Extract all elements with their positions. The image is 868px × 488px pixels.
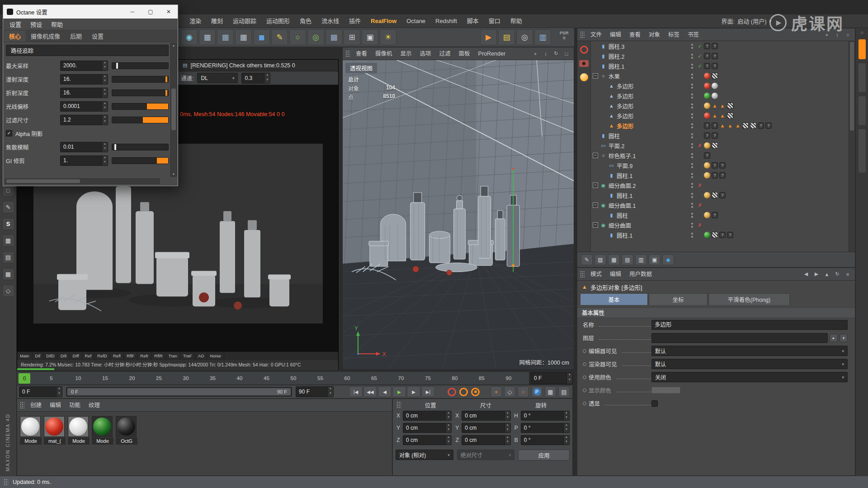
rotation-key-button[interactable]: ○ [518, 386, 529, 397]
menubar-item[interactable]: 帮助 [505, 14, 527, 28]
object-row[interactable]: −○水果 [591, 71, 849, 81]
viewport-menu-item[interactable]: ProRender [474, 47, 509, 60]
scroll-up-icon[interactable]: ▲ [171, 44, 176, 47]
matgold-tag-icon[interactable] [704, 103, 710, 109]
color-swatch[interactable] [651, 387, 680, 394]
stepper-icons[interactable]: ▲▼ [102, 75, 108, 84]
menubar-item[interactable]: 运动图形 [261, 14, 295, 28]
point-level-button[interactable]: ▦ [545, 386, 556, 397]
channel-tab[interactable]: Noise [207, 352, 224, 360]
object-row[interactable]: −▲多边形 [591, 81, 849, 91]
matgreen-tag-icon[interactable] [704, 93, 710, 99]
object-tree-scrollbar[interactable] [849, 41, 855, 252]
viewport-canvas[interactable]: Y X 透视视图 总计 对象104 点8510 网格间距：1000 cm [343, 60, 574, 369]
current-frame-field[interactable]: 0 F ▲▼ [531, 372, 573, 384]
q-tag-icon[interactable]: ? [704, 122, 710, 129]
q-tag-icon[interactable]: ? [719, 192, 726, 198]
name-input[interactable]: 多边形 [651, 320, 848, 330]
stepper-icons[interactable]: ▲▼ [327, 387, 333, 397]
dialog-menu-item[interactable]: 设置 [5, 20, 26, 28]
cube-icon-button[interactable]: ◼ [253, 29, 270, 45]
stepper-icons[interactable]: ▲▼ [102, 142, 108, 152]
material-item[interactable]: Mode [68, 416, 90, 445]
matgold-tag-icon[interactable] [704, 162, 710, 169]
stepper-icons[interactable]: ▲▼ [566, 373, 572, 384]
object-row[interactable]: −▮圆柱.1?? [591, 230, 849, 240]
size-mode-select[interactable]: 绝对尺寸▾ [457, 450, 515, 460]
wire-ring-icon-button[interactable]: ◎ [307, 29, 324, 45]
visibility-dots[interactable] [689, 183, 696, 188]
menubar-item[interactable]: Redshift [430, 14, 462, 28]
viewport-menu-item[interactable]: 显示 [396, 47, 416, 60]
autokey-button[interactable] [459, 388, 468, 396]
visibility-dots[interactable] [689, 163, 696, 168]
scroll-down-icon[interactable]: ▼ [171, 173, 176, 176]
matgreen-tag-icon[interactable] [704, 232, 710, 238]
interface-selector[interactable]: 界面: 启动 (用户) ▾ [722, 17, 771, 25]
dialog-vscrollbar[interactable]: ▲▼ [170, 43, 177, 177]
checker-tag-icon[interactable] [712, 142, 718, 149]
q-tag-icon[interactable]: ? [704, 132, 710, 139]
material-menu-item[interactable]: 纹理 [85, 399, 104, 412]
checker-tag-icon[interactable] [712, 232, 718, 238]
visibility-dots[interactable] [689, 123, 696, 128]
checker-tag-icon[interactable] [750, 122, 756, 129]
pen-icon-button[interactable]: ✎ [271, 29, 288, 45]
stepper-icons[interactable]: ▲▼ [102, 88, 108, 98]
viewport-menu-item[interactable]: 面板 [455, 47, 474, 60]
channel-tab[interactable]: Dif [33, 352, 44, 360]
q-tag-icon[interactable]: ? [712, 132, 718, 139]
next-frame-button[interactable]: ▶ [407, 386, 420, 397]
keyframe-dot-icon[interactable] [583, 349, 586, 353]
panel-grip[interactable] [580, 271, 585, 278]
up-icon[interactable]: ▲ [822, 270, 831, 278]
enable-state-icon[interactable]: ✗ [696, 183, 704, 188]
plugin-icon[interactable]: ◆ [662, 254, 674, 265]
object-row[interactable]: −▲多边形??▲▲▲?? [591, 121, 849, 131]
visibility-dots[interactable] [689, 74, 696, 79]
material-menu-item[interactable]: 编辑 [46, 399, 65, 412]
checker-tag-icon[interactable] [727, 113, 733, 119]
forward-icon[interactable]: ▶ [812, 270, 821, 278]
matgold-tag-icon[interactable] [704, 192, 710, 198]
pan-icon[interactable]: + [531, 50, 540, 58]
object-manager-menu-item[interactable]: 对象 [645, 28, 664, 41]
object-manager-menu-item[interactable]: 书签 [684, 28, 703, 41]
stepper-icons[interactable]: ▲▼ [445, 411, 451, 420]
frame-spinner[interactable]: 0 F ▲▼ [19, 386, 62, 397]
tri-tag-icon[interactable]: ▲ [719, 122, 726, 129]
dialog-titlebar[interactable]: Octane 设置 ─ ▢ ✕ [3, 5, 178, 19]
param-slider[interactable] [112, 89, 169, 96]
menu-icon[interactable]: ≡ [843, 270, 852, 278]
visibility-dots[interactable] [689, 193, 696, 198]
menubar-item[interactable]: 角色 [295, 14, 316, 28]
layer-menu-button[interactable]: ▾ [840, 334, 848, 342]
visibility-dots[interactable] [689, 223, 696, 228]
object-row[interactable]: −▮圆柱.2✓?? [591, 51, 849, 61]
attribute-select[interactable]: 默认▾ [651, 359, 848, 369]
param-field[interactable]: 16.▲▼ [60, 88, 108, 98]
workplane-icon[interactable]: ▩ [2, 268, 14, 280]
coord-field[interactable]: 0 cm▲▼ [462, 435, 510, 445]
visibility-dots[interactable] [689, 103, 696, 108]
checker-tag-icon[interactable] [727, 103, 733, 109]
interface-value[interactable]: 启动 (用户) [737, 17, 766, 25]
layer-pick-button[interactable]: ▸ [830, 334, 838, 342]
q-tag-icon[interactable]: ? [765, 122, 772, 129]
stepper-icons[interactable]: ▲▼ [56, 387, 62, 397]
grid-b-icon[interactable]: ▤ [622, 254, 633, 265]
attribute-checkbox[interactable] [651, 400, 658, 407]
stepper-icons[interactable]: ▲▼ [505, 436, 510, 445]
layout-icon[interactable]: ▤ [2, 251, 14, 263]
matgold-tag-icon[interactable] [704, 172, 710, 178]
coord-field[interactable]: 0 cm▲▼ [403, 423, 452, 433]
enable-state-icon[interactable]: ✓ [696, 63, 704, 69]
parameter-key-button[interactable]: P [531, 386, 542, 397]
picture-viewer-icon-button[interactable]: ▥ [534, 29, 551, 45]
prev-frame-button[interactable]: ◀ [378, 386, 392, 397]
light-icon[interactable] [580, 73, 588, 81]
expand-toggle-icon[interactable]: − [593, 73, 598, 79]
object-row[interactable]: −▭平面.9?? [591, 160, 849, 170]
lock-icon[interactable]: ◇ [2, 285, 14, 297]
q-tag-icon[interactable]: ? [719, 232, 726, 238]
